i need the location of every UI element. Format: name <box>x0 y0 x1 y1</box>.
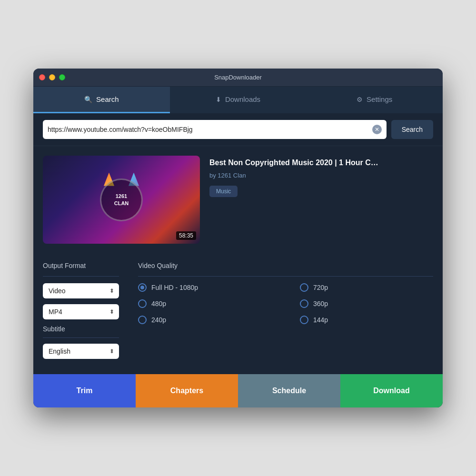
traffic-lights <box>39 74 65 80</box>
app-window: SnapDownloader 🔍 Search ⬇ Downloads ⚙ Se… <box>33 69 443 407</box>
download-icon: ⬇ <box>216 96 221 103</box>
video-category: Music <box>209 186 238 197</box>
radio-720p <box>300 283 308 292</box>
maximize-button[interactable] <box>59 74 65 80</box>
format-select-wrap: Video Audio MP3 ⬍ <box>43 283 119 298</box>
video-duration: 58:35 <box>176 231 196 240</box>
quality-720p[interactable]: 720p <box>300 283 433 292</box>
settings-icon: ⚙ <box>357 96 363 103</box>
trim-button[interactable]: Trim <box>33 374 136 407</box>
search-icon: 🔍 <box>84 96 92 103</box>
video-thumbnail: 1261CLAN 58:35 <box>43 156 200 244</box>
tab-settings[interactable]: ⚙ Settings <box>306 87 443 113</box>
format-select[interactable]: Video Audio MP3 <box>43 283 119 298</box>
channel-logo: 1261CLAN <box>100 178 143 221</box>
video-title: Best Non Copyrighted Music 2020 | 1 Hour… <box>209 158 433 168</box>
content-area: 1261CLAN 58:35 Best Non Copyrighted Musi… <box>33 146 443 374</box>
radio-1080p <box>138 283 147 292</box>
quality-480p-label: 480p <box>151 300 166 307</box>
thumbnail-bg: 1261CLAN <box>43 156 200 244</box>
codec-select[interactable]: MP4 MKV AVI <box>43 304 119 319</box>
url-input-wrap: ✕ <box>43 120 387 139</box>
download-button[interactable]: Download <box>340 374 443 407</box>
subtitle-label: Subtitle <box>43 325 119 333</box>
title-bar: SnapDownloader <box>33 69 443 87</box>
tab-downloads-label: Downloads <box>225 95 260 103</box>
quality-divider <box>138 276 433 277</box>
tab-search[interactable]: 🔍 Search <box>33 87 170 113</box>
tab-search-label: Search <box>96 95 119 103</box>
quality-240p[interactable]: 240p <box>138 316 271 324</box>
quality-720p-label: 720p <box>313 284 328 291</box>
clear-url-button[interactable]: ✕ <box>372 125 382 134</box>
video-author: by 1261 Clan <box>209 172 433 179</box>
radio-360p <box>300 299 308 308</box>
format-divider <box>43 276 119 277</box>
tab-bar: 🔍 Search ⬇ Downloads ⚙ Settings <box>33 87 443 113</box>
quality-360p-label: 360p <box>313 300 328 307</box>
quality-480p[interactable]: 480p <box>138 299 271 308</box>
search-button[interactable]: Search <box>391 120 433 139</box>
quality-144p-label: 144p <box>313 316 328 324</box>
tab-downloads[interactable]: ⬇ Downloads <box>170 87 307 113</box>
minimize-button[interactable] <box>49 74 55 80</box>
codec-select-wrap: MP4 MKV AVI ⬍ <box>43 304 119 319</box>
options-row: Output Format Video Audio MP3 ⬍ MP4 MKV … <box>43 257 433 365</box>
radio-480p <box>138 299 147 308</box>
quality-1080p[interactable]: Full HD - 1080p <box>138 283 271 292</box>
subtitle-divider <box>43 337 119 338</box>
quality-grid: Full HD - 1080p 720p 480p <box>138 283 433 324</box>
subtitle-select[interactable]: English Spanish French <box>43 344 119 359</box>
quality-360p[interactable]: 360p <box>300 299 433 308</box>
radio-1080p-inner <box>140 286 144 289</box>
video-quality-label: Video Quality <box>138 262 433 269</box>
output-format-section: Output Format Video Audio MP3 ⬍ MP4 MKV … <box>43 262 119 365</box>
close-button[interactable] <box>39 74 45 80</box>
url-search-row: ✕ Search <box>33 113 443 146</box>
subtitle-select-wrap: English Spanish French ⬍ <box>43 344 119 359</box>
window-title: SnapDownloader <box>214 74 262 81</box>
quality-240p-label: 240p <box>151 316 166 324</box>
video-info-row: 1261CLAN 58:35 Best Non Copyrighted Musi… <box>43 156 433 244</box>
output-format-label: Output Format <box>43 262 119 269</box>
channel-logo-text: 1261CLAN <box>114 193 129 207</box>
bottom-bar: Trim Chapters Schedule Download <box>33 374 443 407</box>
radio-144p <box>300 316 308 324</box>
video-quality-section: Video Quality Full HD - 1080p <box>138 262 433 365</box>
video-meta: Best Non Copyrighted Music 2020 | 1 Hour… <box>209 156 433 244</box>
chapters-button[interactable]: Chapters <box>136 374 238 407</box>
radio-240p <box>138 316 147 324</box>
quality-1080p-label: Full HD - 1080p <box>151 284 198 291</box>
quality-144p[interactable]: 144p <box>300 316 433 324</box>
schedule-button[interactable]: Schedule <box>238 374 340 407</box>
tab-settings-label: Settings <box>367 95 392 103</box>
url-input[interactable] <box>48 126 372 133</box>
